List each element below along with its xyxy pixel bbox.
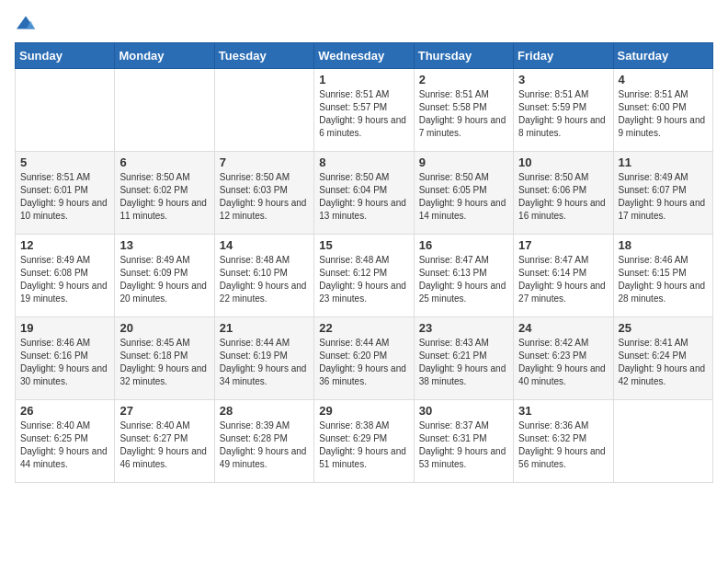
day-number: 3 [518,73,608,86]
calendar-cell: 13Sunrise: 8:49 AM Sunset: 6:09 PM Dayli… [115,235,214,317]
calendar-cell: 22Sunrise: 8:44 AM Sunset: 6:20 PM Dayli… [314,317,414,400]
day-number: 12 [20,238,109,252]
day-number: 10 [518,155,608,169]
day-info: Sunrise: 8:51 AM Sunset: 6:01 PM Dayligh… [20,171,109,223]
calendar-cell: 8Sunrise: 8:50 AM Sunset: 6:04 PM Daylig… [314,152,414,235]
day-number: 28 [220,404,309,418]
day-info: Sunrise: 8:47 AM Sunset: 6:13 PM Dayligh… [419,254,508,305]
weekday-header: Thursday [414,43,513,69]
day-info: Sunrise: 8:49 AM Sunset: 6:09 PM Dayligh… [119,254,209,305]
day-info: Sunrise: 8:51 AM Sunset: 5:58 PM Dayligh… [419,88,508,140]
calendar-cell: 9Sunrise: 8:50 AM Sunset: 6:05 PM Daylig… [414,152,513,235]
calendar-cell: 25Sunrise: 8:41 AM Sunset: 6:24 PM Dayli… [613,317,712,400]
calendar-cell: 26Sunrise: 8:40 AM Sunset: 6:25 PM Dayli… [16,400,115,483]
weekday-header: Monday [115,43,214,69]
calendar-cell [613,400,712,483]
calendar-cell: 6Sunrise: 8:50 AM Sunset: 6:02 PM Daylig… [115,152,214,235]
day-info: Sunrise: 8:50 AM Sunset: 6:02 PM Dayligh… [119,171,209,223]
calendar-cell: 10Sunrise: 8:50 AM Sunset: 6:06 PM Dayli… [514,152,613,235]
day-number: 16 [419,238,508,252]
calendar-cell: 23Sunrise: 8:43 AM Sunset: 6:21 PM Dayli… [414,317,513,400]
calendar-cell: 7Sunrise: 8:50 AM Sunset: 6:03 PM Daylig… [214,152,313,235]
day-info: Sunrise: 8:37 AM Sunset: 6:31 PM Dayligh… [419,419,508,471]
day-info: Sunrise: 8:48 AM Sunset: 6:10 PM Dayligh… [220,254,309,305]
weekday-header: Saturday [613,43,712,69]
day-number: 9 [419,155,508,169]
day-info: Sunrise: 8:44 AM Sunset: 6:20 PM Dayligh… [319,337,408,388]
day-info: Sunrise: 8:42 AM Sunset: 6:23 PM Dayligh… [518,337,608,388]
day-number: 27 [119,404,209,418]
day-info: Sunrise: 8:50 AM Sunset: 6:04 PM Dayligh… [319,171,408,223]
calendar-cell: 30Sunrise: 8:37 AM Sunset: 6:31 PM Dayli… [414,400,513,483]
calendar-cell: 15Sunrise: 8:48 AM Sunset: 6:12 PM Dayli… [314,235,414,317]
day-info: Sunrise: 8:51 AM Sunset: 5:59 PM Dayligh… [518,88,608,140]
day-info: Sunrise: 8:51 AM Sunset: 5:57 PM Dayligh… [319,88,408,140]
day-info: Sunrise: 8:40 AM Sunset: 6:27 PM Dayligh… [119,419,209,471]
calendar-cell: 11Sunrise: 8:49 AM Sunset: 6:07 PM Dayli… [613,152,712,235]
calendar-cell: 24Sunrise: 8:42 AM Sunset: 6:23 PM Dayli… [514,317,613,400]
calendar-cell: 19Sunrise: 8:46 AM Sunset: 6:16 PM Dayli… [16,317,115,400]
calendar-cell: 21Sunrise: 8:44 AM Sunset: 6:19 PM Dayli… [214,317,313,400]
day-info: Sunrise: 8:39 AM Sunset: 6:28 PM Dayligh… [220,419,309,471]
day-number: 30 [419,404,508,418]
day-info: Sunrise: 8:36 AM Sunset: 6:32 PM Dayligh… [518,419,608,471]
weekday-header: Tuesday [214,43,313,69]
day-number: 2 [419,73,508,86]
calendar-cell: 18Sunrise: 8:46 AM Sunset: 6:15 PM Dayli… [613,235,712,317]
weekday-header: Sunday [16,43,115,69]
page-header [15,15,713,33]
day-number: 8 [319,155,408,169]
day-number: 25 [619,321,708,335]
calendar-cell: 28Sunrise: 8:39 AM Sunset: 6:28 PM Dayli… [214,400,313,483]
day-info: Sunrise: 8:51 AM Sunset: 6:00 PM Dayligh… [619,88,708,140]
calendar-cell: 3Sunrise: 8:51 AM Sunset: 5:59 PM Daylig… [514,69,613,152]
calendar-table: SundayMondayTuesdayWednesdayThursdayFrid… [15,42,713,483]
day-number: 20 [119,321,209,335]
day-number: 4 [619,73,708,86]
day-number: 14 [220,238,309,252]
day-number: 18 [619,238,708,252]
day-info: Sunrise: 8:50 AM Sunset: 6:03 PM Dayligh… [220,171,309,223]
day-number: 15 [319,238,408,252]
day-number: 29 [319,404,408,418]
day-number: 5 [20,155,109,169]
day-number: 17 [518,238,608,252]
day-info: Sunrise: 8:48 AM Sunset: 6:12 PM Dayligh… [319,254,408,305]
day-number: 1 [319,73,408,86]
calendar-cell: 17Sunrise: 8:47 AM Sunset: 6:14 PM Dayli… [514,235,613,317]
calendar-cell: 31Sunrise: 8:36 AM Sunset: 6:32 PM Dayli… [514,400,613,483]
day-info: Sunrise: 8:38 AM Sunset: 6:29 PM Dayligh… [319,419,408,471]
calendar-cell: 2Sunrise: 8:51 AM Sunset: 5:58 PM Daylig… [414,69,513,152]
day-number: 26 [20,404,109,418]
calendar-cell: 27Sunrise: 8:40 AM Sunset: 6:27 PM Dayli… [115,400,214,483]
day-info: Sunrise: 8:41 AM Sunset: 6:24 PM Dayligh… [619,337,708,388]
day-info: Sunrise: 8:45 AM Sunset: 6:18 PM Dayligh… [119,337,209,388]
day-number: 19 [20,321,109,335]
day-number: 6 [119,155,209,169]
logo [15,15,40,33]
day-info: Sunrise: 8:43 AM Sunset: 6:21 PM Dayligh… [419,337,508,388]
day-info: Sunrise: 8:46 AM Sunset: 6:16 PM Dayligh… [20,337,109,388]
day-info: Sunrise: 8:46 AM Sunset: 6:15 PM Dayligh… [619,254,708,305]
calendar-cell [214,69,313,152]
day-info: Sunrise: 8:50 AM Sunset: 6:05 PM Dayligh… [419,171,508,223]
day-info: Sunrise: 8:50 AM Sunset: 6:06 PM Dayligh… [518,171,608,223]
day-number: 21 [220,321,309,335]
calendar-cell: 20Sunrise: 8:45 AM Sunset: 6:18 PM Dayli… [115,317,214,400]
calendar-cell: 4Sunrise: 8:51 AM Sunset: 6:00 PM Daylig… [613,69,712,152]
calendar-cell: 12Sunrise: 8:49 AM Sunset: 6:08 PM Dayli… [16,235,115,317]
calendar-cell: 16Sunrise: 8:47 AM Sunset: 6:13 PM Dayli… [414,235,513,317]
day-number: 7 [220,155,309,169]
day-info: Sunrise: 8:49 AM Sunset: 6:08 PM Dayligh… [20,254,109,305]
day-number: 24 [518,321,608,335]
day-number: 22 [319,321,408,335]
calendar-cell: 5Sunrise: 8:51 AM Sunset: 6:01 PM Daylig… [16,152,115,235]
day-number: 11 [619,155,708,169]
day-info: Sunrise: 8:47 AM Sunset: 6:14 PM Dayligh… [518,254,608,305]
calendar-cell: 14Sunrise: 8:48 AM Sunset: 6:10 PM Dayli… [214,235,313,317]
calendar-cell: 1Sunrise: 8:51 AM Sunset: 5:57 PM Daylig… [314,69,414,152]
day-info: Sunrise: 8:49 AM Sunset: 6:07 PM Dayligh… [619,171,708,223]
calendar-cell: 29Sunrise: 8:38 AM Sunset: 6:29 PM Dayli… [314,400,414,483]
day-number: 23 [419,321,508,335]
weekday-header: Friday [514,43,613,69]
